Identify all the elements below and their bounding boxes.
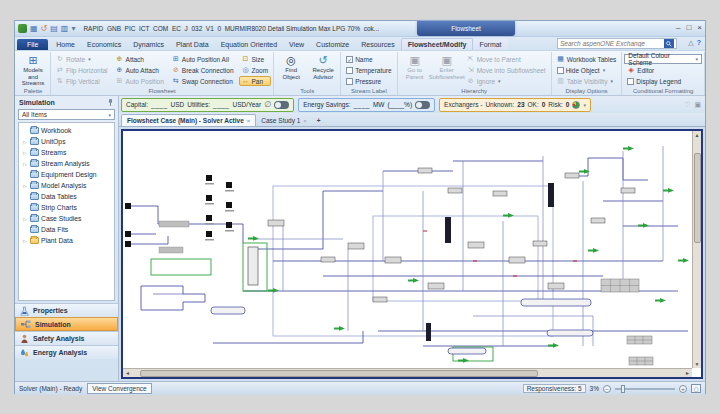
- tab-equation-oriented[interactable]: Equation Oriented: [215, 39, 283, 50]
- break-connection-button[interactable]: ⊘Break Connection: [169, 65, 237, 75]
- tree-filter-dropdown[interactable]: All Items: [18, 109, 115, 120]
- display-legend-checkbox[interactable]: Display Legend: [624, 76, 702, 86]
- undo-icon[interactable]: ↺: [41, 24, 48, 33]
- scroll-up-icon[interactable]: ▲: [693, 131, 702, 139]
- fit-to-window-icon[interactable]: ▢: [691, 384, 701, 393]
- zoom-slider[interactable]: [615, 388, 675, 390]
- colour-scheme-dropdown[interactable]: Default Colour Scheme: [624, 54, 702, 64]
- zoom-slider-thumb[interactable]: [621, 385, 625, 393]
- heart-icon[interactable]: ♡: [684, 101, 690, 109]
- table-visibility-button[interactable]: ▥Table Visibility: [554, 76, 620, 86]
- view-convergence-button[interactable]: View Convergence: [87, 383, 151, 394]
- expand-icon[interactable]: ▷: [22, 183, 28, 189]
- chevron-down-icon[interactable]: ▾: [583, 102, 586, 108]
- report-icon[interactable]: ▥: [61, 24, 69, 33]
- tree-item-stream-analysis[interactable]: ▷Stream Analysis: [19, 158, 114, 169]
- flowsheet-canvas[interactable]: ▲ ▼ ◄ ►: [121, 129, 703, 379]
- go-to-parent-button[interactable]: ▣ Go to Parent: [400, 53, 430, 87]
- nav-simulation[interactable]: Simulation: [15, 317, 118, 331]
- scroll-left-icon[interactable]: ◄: [123, 369, 132, 377]
- stream-label-name-checkbox[interactable]: ✓Name: [343, 54, 395, 64]
- editor-button[interactable]: ◈Editor: [624, 65, 702, 75]
- find-object-button[interactable]: ◎ Find Object: [276, 53, 306, 87]
- tab-flowsheet-modify[interactable]: Flowsheet/Modify: [401, 38, 474, 50]
- page-icon[interactable]: ▤: [50, 24, 58, 33]
- auto-position-all-button[interactable]: ⊞Auto Position All: [169, 54, 237, 64]
- tab-flowsheet-case-main[interactable]: Flowsheet Case (Main) - Solver Active ×: [121, 114, 256, 126]
- tab-view[interactable]: View: [283, 39, 310, 50]
- search-icon[interactable]: [664, 39, 674, 48]
- tab-home[interactable]: Home: [50, 39, 81, 50]
- exchangers-pie-icon[interactable]: [572, 101, 580, 109]
- pan-button[interactable]: ↔Pan: [239, 76, 272, 86]
- recycle-advisor-button[interactable]: ↺ Recycle Advisor: [308, 53, 338, 87]
- vertical-scrollbar[interactable]: ▲ ▼: [692, 131, 701, 368]
- nav-properties[interactable]: Properties: [15, 303, 118, 317]
- expand-icon[interactable]: ▷: [22, 139, 28, 145]
- scroll-right-icon[interactable]: ►: [683, 369, 692, 377]
- tree-item-case-studies[interactable]: ▷Case Studies: [19, 213, 114, 224]
- swap-connection-button[interactable]: ⇆Swap Connection: [169, 76, 237, 86]
- tab-resources[interactable]: Resources: [355, 39, 400, 50]
- tree-item-plant-data[interactable]: ▷Plant Data: [19, 235, 114, 246]
- stream-label-temperature-checkbox[interactable]: Temperature: [343, 65, 395, 75]
- help-icon[interactable]: ?: [697, 39, 701, 47]
- tree-item-unitops[interactable]: ▷UnitOps: [19, 136, 114, 147]
- tree-item-strip-charts[interactable]: Strip Charts: [19, 202, 114, 213]
- auto-position-button[interactable]: ⊞Auto Position: [113, 76, 167, 86]
- qat-dropdown-icon[interactable]: ▾: [71, 24, 75, 33]
- stream-label-pressure-checkbox[interactable]: Pressure: [343, 76, 395, 86]
- tab-plant-data[interactable]: Plant Data: [170, 39, 215, 50]
- close-button[interactable]: ×: [697, 23, 702, 32]
- tab-customize[interactable]: Customize: [310, 39, 355, 50]
- energy-toggle[interactable]: [415, 101, 430, 109]
- size-button[interactable]: ⊡Size: [239, 54, 272, 64]
- nav-energy-analysis[interactable]: Energy Analysis: [15, 345, 118, 359]
- workbook-tables-button[interactable]: ▦Workbook Tables: [554, 54, 620, 64]
- tab-case-study-1[interactable]: Case Study 1 ×: [256, 115, 312, 126]
- expand-icon[interactable]: ▷: [22, 150, 28, 156]
- nav-safety-analysis[interactable]: Safety Analysis: [15, 331, 118, 345]
- save-icon[interactable]: ▦: [30, 24, 38, 33]
- horizontal-scroll-thumb[interactable]: [140, 370, 538, 377]
- tree-item-data-tables[interactable]: Data Tables: [19, 191, 114, 202]
- close-tab-icon[interactable]: ×: [247, 118, 251, 124]
- expand-icon[interactable]: ▷: [22, 216, 28, 222]
- tab-file[interactable]: File: [17, 39, 48, 50]
- flip-vertical-button[interactable]: ⇅Flip Vertical: [53, 76, 111, 86]
- minimize-button[interactable]: –: [676, 23, 680, 32]
- tree-item-data-fits[interactable]: Data Fits: [19, 224, 114, 235]
- pin-icon[interactable]: [107, 99, 114, 106]
- expand-icon[interactable]: ▷: [22, 238, 28, 244]
- ignore-button[interactable]: ⊘Ignore: [464, 76, 549, 86]
- zoom-button[interactable]: ◎Zoom: [239, 65, 272, 75]
- tree-item-streams[interactable]: ▷Streams: [19, 147, 114, 158]
- auto-attach-button[interactable]: ⊕Auto Attach: [113, 65, 167, 75]
- maximize-button[interactable]: □: [686, 23, 691, 32]
- expand-icon[interactable]: ▷: [22, 161, 28, 167]
- move-to-parent-button[interactable]: ⇱Move to Parent: [464, 54, 549, 64]
- new-tab-button[interactable]: +: [312, 115, 326, 126]
- move-into-subflowsheet-button[interactable]: ⇲Move into Subflowsheet: [464, 65, 549, 75]
- horizontal-scrollbar[interactable]: ◄ ►: [123, 368, 692, 377]
- models-and-streams-button[interactable]: ⊞ Models and Streams: [18, 53, 48, 87]
- tab-economics[interactable]: Economics: [81, 39, 127, 50]
- bell-icon[interactable]: △: [688, 39, 693, 47]
- enter-subflowsheet-button[interactable]: ▣ Enter Subflowsheet: [432, 53, 462, 87]
- vertical-scroll-thumb[interactable]: [694, 153, 701, 243]
- responsiveness-indicator[interactable]: Responsiveness: 5: [523, 384, 586, 393]
- attach-button[interactable]: ⊕Attach: [113, 54, 167, 64]
- economics-toggle[interactable]: [274, 101, 289, 109]
- scroll-down-icon[interactable]: ▼: [693, 360, 702, 368]
- flip-horizontal-button[interactable]: ⇄Flip Horizontal: [53, 65, 111, 75]
- zoom-in-button[interactable]: +: [679, 385, 687, 393]
- search-input[interactable]: [560, 40, 662, 47]
- close-tab-icon[interactable]: ×: [303, 118, 307, 124]
- hide-object-button[interactable]: Hide Object: [554, 65, 620, 75]
- tab-dynamics[interactable]: Dynamics: [127, 39, 170, 50]
- tree-item-model-analysis[interactable]: ▷Model Analysis: [19, 180, 114, 191]
- rotate-button[interactable]: ↻Rotate: [53, 54, 111, 64]
- tab-format[interactable]: Format: [473, 39, 507, 50]
- tree-item-equipment-design[interactable]: Equipment Design: [19, 169, 114, 180]
- zoom-out-button[interactable]: −: [603, 385, 611, 393]
